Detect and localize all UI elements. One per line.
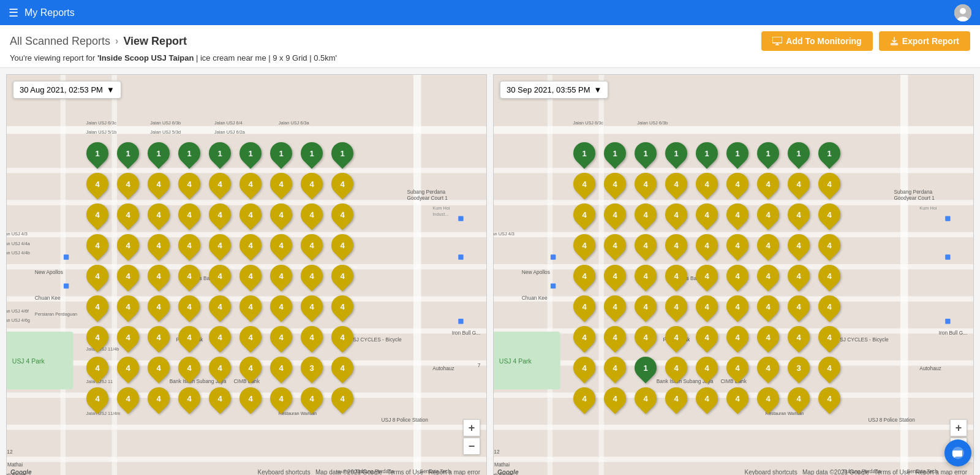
map-marker[interactable]: 4 — [630, 383, 662, 414]
map-marker[interactable]: 4 — [205, 260, 236, 292]
map-marker[interactable]: 4 — [205, 169, 236, 200]
map-marker[interactable]: 4 — [235, 383, 266, 414]
map-marker[interactable]: 4 — [569, 352, 600, 384]
map-marker[interactable]: 4 — [569, 322, 600, 353]
map-marker[interactable]: 4 — [569, 199, 600, 230]
map-marker[interactable]: 4 — [722, 291, 753, 322]
map-marker[interactable]: 4 — [327, 169, 358, 200]
map-marker[interactable]: 4 — [266, 230, 297, 261]
keyboard-shortcuts-right[interactable]: Keyboard shortcuts — [744, 469, 797, 475]
map-marker[interactable]: 4 — [296, 260, 328, 292]
map-marker[interactable]: 4 — [235, 352, 266, 384]
map-marker[interactable]: 4 — [143, 322, 175, 353]
map-marker[interactable]: 4 — [814, 230, 845, 261]
map-marker[interactable]: 4 — [783, 199, 815, 230]
map-marker[interactable]: 4 — [753, 352, 784, 384]
map-marker[interactable]: 4 — [692, 322, 723, 353]
terms-right[interactable]: Terms of Use — [874, 469, 910, 475]
map-marker[interactable]: 4 — [82, 352, 113, 384]
map-marker[interactable]: 4 — [692, 230, 723, 261]
map-marker[interactable]: 4 — [143, 383, 175, 414]
map-marker[interactable]: 4 — [235, 199, 266, 230]
export-report-button[interactable]: Export Report — [879, 31, 970, 51]
map-marker[interactable]: 3 — [783, 352, 815, 384]
zoom-in-right-button[interactable]: + — [950, 419, 967, 436]
map-marker[interactable]: 4 — [82, 383, 113, 414]
map-marker[interactable]: 4 — [783, 260, 815, 292]
map-marker[interactable]: 4 — [814, 169, 845, 200]
map-marker[interactable]: 4 — [692, 291, 723, 322]
map-marker[interactable]: 4 — [327, 199, 358, 230]
map-marker[interactable]: 4 — [600, 383, 631, 414]
zoom-in-button[interactable]: + — [463, 419, 480, 436]
map-marker[interactable]: 4 — [783, 169, 815, 200]
map-marker[interactable]: 4 — [814, 352, 845, 384]
map-marker[interactable]: 4 — [82, 230, 113, 261]
map-marker[interactable]: 1 — [205, 138, 236, 169]
map-marker[interactable]: 1 — [327, 138, 358, 169]
breadcrumb-parent[interactable]: All Scanned Reports — [10, 35, 110, 48]
map-marker[interactable]: 1 — [722, 138, 753, 169]
map-marker[interactable]: 4 — [82, 291, 113, 322]
map-marker[interactable]: 4 — [600, 352, 631, 384]
map-marker[interactable]: 4 — [814, 322, 845, 353]
map-marker[interactable]: 4 — [753, 322, 784, 353]
map-marker[interactable]: 4 — [783, 383, 815, 414]
map-marker[interactable]: 1 — [143, 138, 175, 169]
report-error-right[interactable]: Report a map error — [916, 469, 967, 475]
map-marker[interactable]: 1 — [600, 138, 631, 169]
map-marker[interactable]: 4 — [630, 169, 662, 200]
map-marker[interactable]: 4 — [205, 230, 236, 261]
add-to-monitoring-button[interactable]: Add To Monitoring — [761, 31, 872, 51]
map-marker[interactable]: 4 — [722, 199, 753, 230]
map-marker[interactable]: 4 — [753, 230, 784, 261]
map-marker[interactable]: 4 — [753, 291, 784, 322]
map-marker[interactable]: 4 — [814, 260, 845, 292]
map-marker[interactable]: 1 — [661, 138, 692, 169]
map-marker[interactable]: 4 — [661, 199, 692, 230]
map-marker[interactable]: 4 — [569, 169, 600, 200]
map-marker[interactable]: 4 — [174, 322, 205, 353]
map-marker[interactable]: 4 — [235, 230, 266, 261]
map-marker[interactable]: 4 — [205, 383, 236, 414]
map-marker[interactable]: 4 — [630, 291, 662, 322]
chat-button[interactable] — [944, 439, 971, 466]
map-marker[interactable]: 4 — [722, 352, 753, 384]
map-marker[interactable]: 4 — [266, 352, 297, 384]
map-marker[interactable]: 4 — [814, 383, 845, 414]
map-marker[interactable]: 4 — [722, 169, 753, 200]
map-marker[interactable]: 4 — [327, 260, 358, 292]
map-marker[interactable]: 4 — [235, 169, 266, 200]
map-right-date-selector[interactable]: 30 Sep 2021, 03:55 PM ▼ — [500, 81, 608, 99]
map-marker[interactable]: 4 — [722, 383, 753, 414]
map-marker[interactable]: 4 — [143, 352, 175, 384]
map-marker[interactable]: 4 — [296, 383, 328, 414]
map-marker[interactable]: 4 — [661, 169, 692, 200]
map-marker[interactable]: 4 — [569, 383, 600, 414]
map-marker[interactable]: 4 — [327, 383, 358, 414]
map-marker[interactable]: 4 — [113, 169, 144, 200]
map-marker[interactable]: 4 — [692, 169, 723, 200]
map-marker[interactable]: 4 — [600, 260, 631, 292]
map-marker[interactable]: 4 — [661, 322, 692, 353]
map-marker[interactable]: 1 — [630, 352, 662, 384]
map-marker[interactable]: 4 — [296, 199, 328, 230]
map-marker[interactable]: 4 — [569, 230, 600, 261]
map-marker[interactable]: 4 — [174, 352, 205, 384]
map-marker[interactable]: 4 — [296, 230, 328, 261]
map-marker[interactable]: 4 — [753, 199, 784, 230]
map-marker[interactable]: 4 — [814, 199, 845, 230]
map-marker[interactable]: 4 — [600, 230, 631, 261]
map-marker[interactable]: 4 — [630, 260, 662, 292]
map-marker[interactable]: 4 — [296, 169, 328, 200]
map-marker[interactable]: 4 — [143, 169, 175, 200]
map-marker[interactable]: 4 — [327, 230, 358, 261]
map-marker[interactable]: 4 — [722, 322, 753, 353]
map-marker[interactable]: 1 — [296, 138, 328, 169]
map-marker[interactable]: 4 — [692, 199, 723, 230]
map-marker[interactable]: 4 — [174, 230, 205, 261]
report-error-left[interactable]: Report a map error — [429, 469, 480, 475]
map-marker[interactable]: 4 — [600, 322, 631, 353]
map-marker[interactable]: 4 — [327, 352, 358, 384]
map-marker[interactable]: 4 — [82, 199, 113, 230]
